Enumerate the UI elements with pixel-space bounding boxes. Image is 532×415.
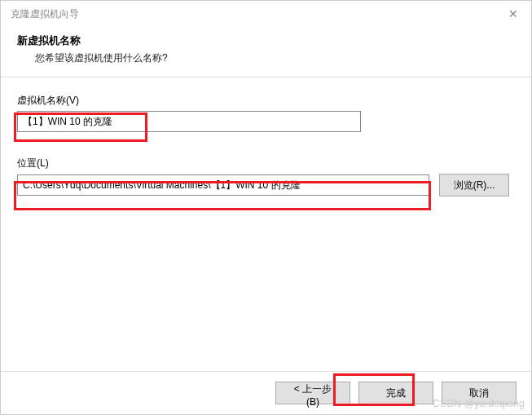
watermark: CSDN @yu.deqiang bbox=[433, 398, 525, 409]
window-title: 克隆虚拟机向导 bbox=[11, 7, 79, 21]
wizard-header: 新虚拟机名称 您希望该虚拟机使用什么名称? bbox=[1, 27, 531, 77]
vm-location-section: 位置(L) 浏览(R)... bbox=[17, 157, 515, 196]
vm-location-label: 位置(L) bbox=[17, 157, 515, 170]
browse-button[interactable]: 浏览(R)... bbox=[439, 174, 509, 196]
page-subtitle: 您希望该虚拟机使用什么名称? bbox=[35, 51, 515, 65]
back-button[interactable]: < 上一步(B) bbox=[275, 382, 350, 404]
vm-name-label: 虚拟机名称(V) bbox=[17, 94, 515, 108]
vm-name-section: 虚拟机名称(V) bbox=[17, 94, 515, 132]
vm-name-input[interactable] bbox=[17, 111, 361, 132]
page-title: 新虚拟机名称 bbox=[17, 33, 515, 48]
close-icon[interactable]: ✕ bbox=[505, 7, 521, 20]
finish-button[interactable]: 完成 bbox=[358, 382, 433, 404]
wizard-content: 虚拟机名称(V) 位置(L) 浏览(R)... bbox=[1, 77, 531, 196]
titlebar: 克隆虚拟机向导 ✕ bbox=[1, 1, 531, 27]
vm-location-input[interactable] bbox=[17, 174, 429, 196]
